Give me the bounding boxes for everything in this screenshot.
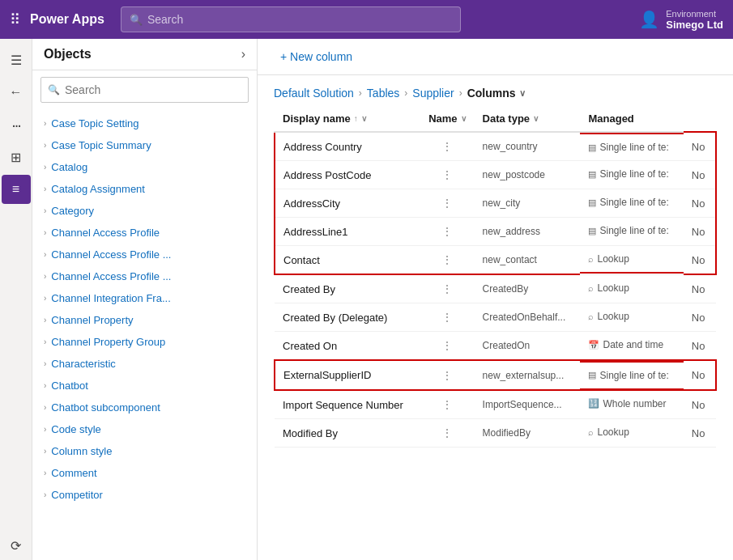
th-display-name[interactable]: Display name ↑ ∨ — [275, 106, 420, 132]
sidebar-item-label: Channel Access Profile ... — [51, 248, 171, 261]
row-display-name: Modified By — [275, 419, 420, 448]
th-name[interactable]: Name ∨ — [420, 106, 474, 132]
sidebar-item[interactable]: › Category — [32, 200, 257, 222]
sidebar-item-label: Category — [51, 205, 94, 217]
row-data-type: ⌕Lookup — [580, 303, 683, 329]
topbar-search-icon: 🔍 — [130, 14, 143, 26]
dtype-icon: ⌕ — [588, 427, 594, 437]
row-options-dots[interactable]: ⋮ — [420, 246, 474, 275]
sidebar-item[interactable]: › Catalog Assignment — [32, 178, 257, 200]
row-display-name: Address Country — [275, 132, 420, 161]
row-options-dots[interactable]: ⋮ — [420, 218, 474, 246]
breadcrumb-supplier[interactable]: Supplier — [412, 87, 454, 100]
sidebar-item[interactable]: › Case Topic Summary — [32, 134, 257, 156]
history-icon[interactable]: ⟳ — [2, 531, 31, 560]
sidebar-item[interactable]: › Catalog — [32, 156, 257, 178]
row-options-dots[interactable]: ⋮ — [420, 189, 474, 218]
topbar-search-input[interactable] — [147, 13, 452, 26]
table-icon[interactable]: ⊞ — [2, 142, 31, 172]
main-layout: ☰ ← ··· ⊞ ≡ ⟳ Objects › 🔍 › Case Topic S… — [0, 39, 733, 560]
th-display-name-label: Display name — [283, 112, 351, 125]
table-row: AddressLine1⋮new_address▤Single line of … — [275, 218, 716, 246]
dtype-icon: ⌕ — [588, 254, 594, 264]
new-column-label: + New column — [280, 50, 352, 63]
sidebar-item[interactable]: › Channel Integration Fra... — [32, 287, 257, 309]
breadcrumb-sep-3: › — [459, 87, 462, 99]
breadcrumb-default-solution[interactable]: Default Solution — [274, 87, 354, 100]
table-row: Address PostCode⋮new_postcode▤Single lin… — [275, 161, 716, 189]
sidebar-item-label: Case Topic Setting — [51, 117, 139, 129]
table-row: Created On⋮CreatedOn📅Date and timeNo — [275, 332, 716, 361]
dots-icon[interactable]: ··· — [2, 110, 31, 139]
table-header-row: Display name ↑ ∨ Name ∨ — [275, 106, 716, 132]
sidebar-close-button[interactable]: › — [241, 47, 245, 62]
table-row: Import Sequence Number⋮ImportSequence...… — [275, 390, 716, 419]
sidebar-item-arrow: › — [44, 206, 46, 215]
sidebar-item[interactable]: › Channel Access Profile — [32, 222, 257, 244]
row-options-dots[interactable]: ⋮ — [420, 303, 474, 332]
row-display-name: Address PostCode — [275, 161, 420, 189]
breadcrumb-current: Columns ∨ — [467, 87, 526, 100]
sidebar-item[interactable]: › Characteristic — [32, 353, 257, 375]
sidebar-item[interactable]: › Channel Access Profile ... — [32, 244, 257, 265]
row-managed: No — [684, 161, 716, 189]
sidebar-search-box[interactable]: 🔍 — [40, 77, 249, 103]
breadcrumb-sep-1: › — [359, 87, 362, 99]
sidebar-item-arrow: › — [44, 119, 46, 128]
dtype-icon: 📅 — [588, 340, 599, 350]
columns-table: Display name ↑ ∨ Name ∨ — [274, 106, 717, 448]
sidebar-item[interactable]: › Comment — [32, 462, 257, 484]
app-title: Power Apps — [30, 12, 104, 27]
breadcrumb-sep-2: › — [404, 87, 407, 99]
sidebar-item[interactable]: › Column style — [32, 440, 257, 462]
row-options-dots[interactable]: ⋮ — [420, 161, 474, 189]
row-managed: No — [684, 360, 716, 390]
row-options-dots[interactable]: ⋮ — [420, 360, 474, 390]
grid-icon[interactable]: ⠿ — [10, 11, 20, 28]
list-icon[interactable]: ≡ — [2, 175, 31, 204]
sidebar-item-arrow: › — [44, 316, 46, 325]
new-column-button[interactable]: + New column — [274, 47, 359, 66]
th-name-label: Name — [428, 112, 457, 125]
row-col-name: ImportSequence... — [475, 390, 581, 419]
sidebar-item-arrow: › — [44, 490, 46, 499]
sidebar-item[interactable]: › Case Topic Setting — [32, 112, 257, 134]
th-data-type[interactable]: Data type ∨ — [475, 106, 581, 132]
row-options-dots[interactable]: ⋮ — [420, 132, 474, 161]
sidebar-item[interactable]: › Chatbot subcomponent — [32, 397, 257, 418]
row-managed: No — [684, 132, 716, 161]
row-data-type: ▤Single line of te: — [580, 161, 683, 187]
hamburger-icon[interactable]: ☰ — [2, 45, 31, 74]
sidebar-item[interactable]: › Channel Property Group — [32, 331, 257, 353]
sidebar-item-arrow: › — [44, 359, 46, 368]
sidebar-search-input[interactable] — [65, 83, 241, 96]
row-managed: No — [684, 246, 716, 275]
breadcrumb-tables[interactable]: Tables — [367, 87, 399, 100]
row-data-type: ⌕Lookup — [580, 246, 683, 274]
sidebar-item[interactable]: › Code style — [32, 418, 257, 440]
row-display-name: ExternalSupplierID — [275, 360, 420, 390]
sidebar-item[interactable]: › Channel Property — [32, 309, 257, 331]
sidebar-item-label: Channel Access Profile — [51, 227, 160, 239]
table-container: Display name ↑ ∨ Name ∨ — [258, 106, 733, 560]
sidebar-item[interactable]: › Channel Access Profile ... — [32, 265, 257, 287]
row-options-dots[interactable]: ⋮ — [420, 419, 474, 448]
breadcrumb-dropdown-icon[interactable]: ∨ — [519, 88, 526, 99]
dtype-icon: ⌕ — [588, 283, 594, 293]
th-managed: Managed — [580, 106, 683, 132]
row-col-name: ModifiedBy — [475, 419, 581, 448]
row-options-dots[interactable]: ⋮ — [420, 390, 474, 419]
row-col-name: new_postcode — [475, 161, 581, 189]
sidebar-item[interactable]: › Chatbot — [32, 375, 257, 397]
row-options-dots[interactable]: ⋮ — [420, 332, 474, 361]
row-options-dots[interactable]: ⋮ — [420, 274, 474, 303]
user-avatar-icon[interactable]: 👤 — [639, 10, 659, 29]
back-icon[interactable]: ← — [2, 78, 31, 107]
sidebar-item[interactable]: › Competitor — [32, 484, 257, 506]
topbar-search-box[interactable]: 🔍 — [121, 6, 461, 32]
table-row: Created By (Delegate)⋮CreatedOnBehalf...… — [275, 303, 716, 332]
row-display-name: Contact — [275, 246, 420, 275]
sidebar-item-label: Competitor — [51, 489, 103, 501]
row-col-name: CreatedOnBehalf... — [475, 303, 581, 332]
row-data-type: 📅Date and time — [580, 332, 683, 358]
